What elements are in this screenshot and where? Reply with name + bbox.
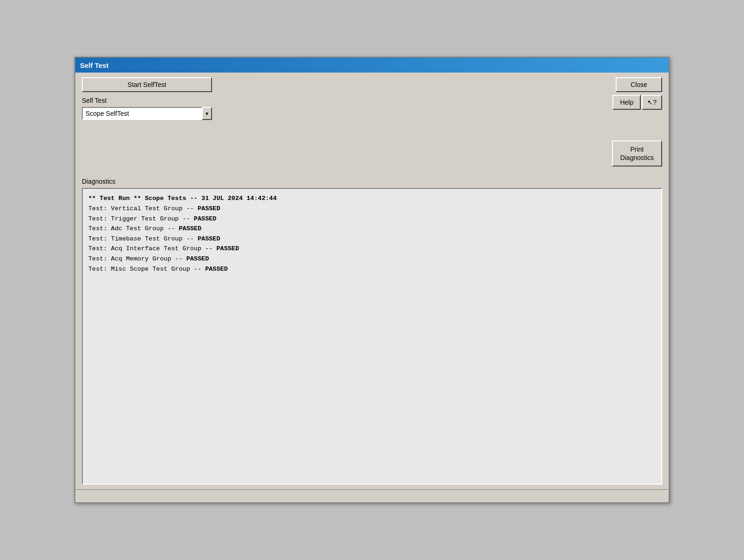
status-bar: [75, 489, 669, 502]
top-left-panel: Start SelfTest Self Test Scope SelfTest …: [82, 77, 212, 120]
diagnostics-line: Test: Misc Scope Test Group -- PASSED: [88, 264, 656, 274]
content-area: Start SelfTest Self Test Scope SelfTest …: [75, 73, 669, 489]
dropdown-arrow-icon[interactable]: ▼: [202, 107, 212, 120]
passed-badge: PASSED: [198, 235, 220, 242]
top-right-panel: Close Help ↖? PrintDiagnostics: [612, 77, 662, 167]
print-diagnostics-button[interactable]: PrintDiagnostics: [612, 140, 662, 167]
diagnostics-line: Test: Timebase Test Group -- PASSED: [88, 234, 656, 244]
print-diagnostics-label: PrintDiagnostics: [620, 146, 654, 161]
diagnostics-line: ** Test Run ** Scope Tests -- 31 JUL 202…: [88, 193, 656, 204]
start-selftest-button[interactable]: Start SelfTest: [82, 77, 212, 92]
diagnostics-line: Test: Acq Memory Group -- PASSED: [88, 254, 656, 264]
diagnostics-line: Test: Trigger Test Group -- PASSED: [88, 214, 656, 224]
passed-badge: PASSED: [205, 266, 228, 273]
diagnostics-section: Diagnostics ** Test Run ** Scope Tests -…: [82, 178, 662, 485]
self-test-dropdown-wrapper: Scope SelfTest ▼: [82, 107, 212, 120]
context-help-button[interactable]: ↖?: [642, 95, 662, 110]
passed-badge: PASSED: [179, 225, 201, 232]
diagnostics-line: Test: Vertical Test Group -- PASSED: [88, 204, 656, 214]
diagnostics-label: Diagnostics: [82, 178, 662, 185]
diagnostics-line: Test: Acq Interface Test Group -- PASSED: [88, 244, 656, 254]
passed-badge: PASSED: [194, 215, 217, 222]
self-test-label: Self Test: [82, 97, 212, 104]
help-row: Help ↖?: [612, 95, 662, 110]
diagnostics-output[interactable]: ** Test Run ** Scope Tests -- 31 JUL 202…: [82, 188, 662, 485]
top-row: Start SelfTest Self Test Scope SelfTest …: [82, 77, 662, 167]
window-title: Self Test: [80, 61, 108, 69]
self-test-window: Self Test Start SelfTest Self Test Scope…: [74, 57, 670, 503]
passed-badge: PASSED: [186, 255, 209, 262]
close-button[interactable]: Close: [616, 77, 662, 92]
diagnostics-line: Test: Adc Test Group -- PASSED: [88, 224, 656, 234]
self-test-dropdown[interactable]: Scope SelfTest: [82, 107, 212, 120]
passed-badge: PASSED: [216, 245, 239, 252]
context-help-icon: ↖?: [647, 99, 657, 106]
passed-badge: PASSED: [198, 205, 220, 212]
help-button[interactable]: Help: [612, 95, 641, 110]
title-bar: Self Test: [75, 58, 669, 73]
